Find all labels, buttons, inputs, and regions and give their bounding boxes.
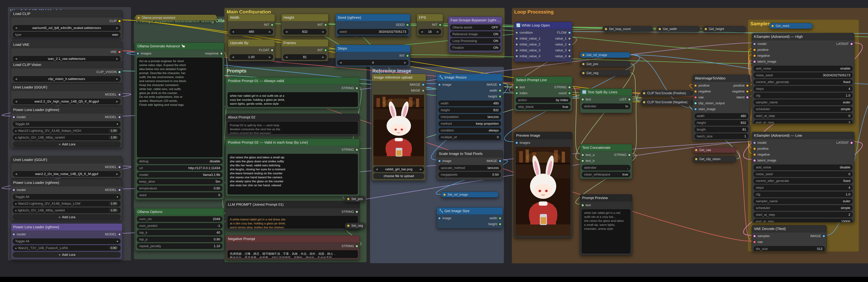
- combo-right-arrow-icon[interactable]: ▶: [269, 30, 271, 33]
- node-header[interactable]: Seed (rgthree): [336, 14, 410, 21]
- node-header[interactable]: 🔧 Get Image Size: [437, 207, 503, 215]
- node-image-resize[interactable]: 🔧 Image ResizeimageIMAGEwidthheightwidth…: [437, 74, 503, 140]
- node-ref-upload[interactable]: Image reference uploadIMAGEMASK◀rabbit_g…: [372, 74, 426, 181]
- input-port-icon[interactable]: [694, 90, 697, 93]
- input-port-icon[interactable]: [753, 153, 756, 156]
- node-set-loop-count[interactable]: Set_loop_count: [602, 26, 653, 32]
- node-cfg-height[interactable]: HeightINT◀832▶: [281, 14, 329, 36]
- text-widget[interactable]: white hair rabbit girl in a redoutfit si…: [582, 209, 630, 253]
- field-widget[interactable]: sampler_nameeuler: [753, 199, 852, 204]
- collapsed-dot-icon[interactable]: [604, 28, 607, 30]
- node-cfg-fps[interactable]: FPSINT◀16▶: [416, 14, 443, 36]
- button-widget[interactable]: ＋ Add Lora: [13, 252, 121, 257]
- field-widget[interactable]: modelllama3.1:8b: [137, 172, 222, 178]
- combo-widget[interactable]: ◀wan2.2_i2v_low_noise_14B_Q5_K_M.gguf▶: [13, 171, 121, 177]
- collapsed-dot-icon[interactable]: [137, 16, 140, 19]
- combo-left-arrow-icon[interactable]: ◀: [15, 100, 17, 103]
- combo-widget[interactable]: ◀4▶: [337, 60, 408, 65]
- output-port-icon[interactable]: [568, 86, 571, 89]
- node-header[interactable]: About Prompt 02: [226, 114, 360, 121]
- collapsed-dot-icon[interactable]: [582, 54, 585, 56]
- node-header[interactable]: Negative Prompt: [226, 235, 360, 242]
- field-widget[interactable]: schedulersimple: [753, 106, 852, 112]
- field-widget[interactable]: repeat_penalty1.10: [137, 243, 222, 249]
- output-port-icon[interactable]: [118, 233, 121, 236]
- output-port-icon[interactable]: [628, 153, 631, 156]
- input-port-icon[interactable]: [515, 31, 518, 34]
- node-header[interactable]: 🔤 Text Split By Lines: [580, 89, 632, 96]
- node-header[interactable]: Get_clip_vision: [693, 156, 736, 162]
- field-widget[interactable]: Ollama assistOFF: [450, 25, 500, 30]
- field-widget[interactable]: seed302042027505173: [337, 29, 408, 35]
- input-port-icon[interactable]: [581, 160, 584, 162]
- lora-row-widget[interactable]: ●Wan21_T2V_14B_FusionX_LoRA0.80: [13, 245, 121, 251]
- input-port-icon[interactable]: [581, 98, 584, 101]
- node-load-clip-vision[interactable]: Load CLIP VisionCLIP_VISION◀clip_vision_…: [11, 61, 122, 83]
- combo-widget[interactable]: ◀16▶: [418, 29, 441, 35]
- output-port-icon[interactable]: [568, 37, 571, 40]
- output-port-icon[interactable]: [355, 210, 358, 213]
- field-widget[interactable]: Loop ProcessingON: [450, 38, 500, 44]
- output-port-icon[interactable]: [118, 116, 121, 119]
- combo-right-arrow-icon[interactable]: ▶: [116, 100, 118, 103]
- field-widget[interactable]: top_k40: [137, 230, 222, 235]
- node-header[interactable]: Width: [228, 14, 275, 21]
- node-prompt-preview[interactable]: Prompt Previewtextwhite hair rabbit girl…: [580, 194, 632, 255]
- output-port-icon[interactable]: [406, 54, 409, 57]
- node-header[interactable]: Ollama Generate Advance 🦙: [135, 43, 224, 50]
- node-ollama-options[interactable]: Ollama Optionsnum_ctx2048num_predict-1to…: [135, 208, 224, 251]
- input-port-icon[interactable]: [753, 147, 756, 150]
- field-widget[interactable]: start_at_step2: [753, 212, 852, 217]
- field-widget[interactable]: end_at_step2: [753, 120, 852, 124]
- field-widget[interactable]: actionby index: [516, 97, 570, 103]
- input-port-icon[interactable]: [515, 141, 518, 144]
- node-groups-bypasser[interactable]: Fast Groups Bypasser (rgthree)Ollama ass…: [448, 16, 502, 53]
- input-port-icon[interactable]: [515, 86, 518, 89]
- node-vae-decode-tiled[interactable]: VAE Decode (Tiled)samplesIMAGEvaetile_si…: [752, 225, 827, 251]
- collapsed-dot-icon[interactable]: [771, 25, 774, 27]
- node-header[interactable]: Prompt Preview: [580, 195, 632, 202]
- node-header[interactable]: Get_vae: [693, 147, 736, 153]
- lora-enabled-icon[interactable]: ●: [15, 202, 17, 205]
- node-set-ref-image[interactable]: Set_ref_image: [441, 191, 499, 198]
- node-header[interactable]: Set_loop_count: [602, 26, 653, 32]
- field-widget[interactable]: debugdisable: [137, 158, 222, 164]
- input-port-icon[interactable]: [12, 188, 15, 191]
- node-cfg-steps[interactable]: StepsINT◀4▶: [335, 45, 410, 67]
- field-widget[interactable]: num_predict-1: [137, 223, 222, 228]
- node-llm-prompt[interactable]: LLM PROMPT (Joined Prompt 01)STRINGA whi…: [226, 201, 360, 230]
- field-widget[interactable]: noise_seed302042027505173: [753, 72, 852, 78]
- node-set-pos[interactable]: Set_pos: [345, 196, 366, 202]
- output-port-icon[interactable]: [355, 245, 358, 248]
- combo-right-arrow-icon[interactable]: ▶: [404, 61, 406, 64]
- input-port-icon[interactable]: [515, 49, 518, 52]
- input-port-icon[interactable]: [694, 102, 697, 105]
- node-positive-prompt-01[interactable]: Positive Prompt 01 — Always validSTRINGw…: [226, 77, 360, 109]
- input-port-icon[interactable]: [136, 52, 140, 55]
- lora-strength[interactable]: 1.00: [109, 136, 118, 139]
- node-header[interactable]: Power Lora Loader (rgthree): [11, 106, 122, 113]
- lora-strength[interactable]: 0.80: [109, 246, 118, 250]
- lora-enabled-icon[interactable]: ●: [15, 129, 17, 132]
- field-widget[interactable]: height832: [694, 120, 748, 126]
- lora-row-widget[interactable]: ●lightx2v_I2V_14B_480p_rank641.00: [13, 135, 121, 140]
- node-header[interactable]: Height: [281, 14, 328, 21]
- node-header[interactable]: Get_ref_image: [580, 52, 630, 58]
- combo-left-arrow-icon[interactable]: ◀: [340, 61, 342, 64]
- node-wan-image-to-video[interactable]: WanImageToVideopositivepositivenegativen…: [693, 75, 750, 140]
- button-widget[interactable]: 🎲 Randomize Each Time: [337, 36, 408, 37]
- field-widget[interactable]: end_at_step10000: [753, 219, 852, 222]
- node-header[interactable]: Power Lora Loader (rgthree): [11, 179, 122, 186]
- field-widget[interactable]: methodkeep proportion: [438, 121, 501, 127]
- node-get-ref-image[interactable]: Get_ref_image: [580, 52, 630, 58]
- input-port-icon[interactable]: [581, 204, 584, 207]
- node-text-concatenate[interactable]: Text Concatenatetext_aSTRINGtext_bdelimi…: [580, 144, 632, 179]
- input-port-icon[interactable]: [753, 141, 756, 144]
- node-header[interactable]: Get_width: [656, 26, 700, 32]
- output-port-icon[interactable]: [499, 89, 501, 92]
- input-port-icon[interactable]: [515, 37, 518, 40]
- node-cfg-upscale[interactable]: Upscale ByFLOAT◀1.00▶: [228, 39, 275, 61]
- node-load-vae[interactable]: Load VAEVAE◀wan_2.1_vae.safetensors▶: [11, 41, 122, 63]
- node-header[interactable]: Load VAE: [11, 41, 122, 48]
- node-header[interactable]: Text Concatenate: [580, 144, 632, 151]
